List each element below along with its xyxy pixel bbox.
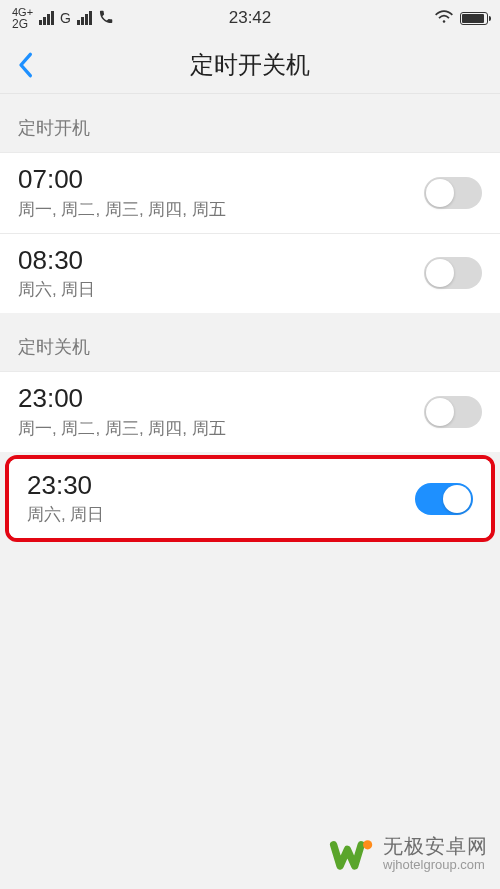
watermark: 无极安卓网 wjhotelgroup.com (329, 831, 488, 877)
status-bar: 4G+ 2G G 23:42 (0, 0, 500, 36)
schedule-days: 周六, 周日 (27, 503, 104, 526)
schedule-days: 周一, 周二, 周三, 周四, 周五 (18, 417, 226, 440)
status-time: 23:42 (229, 8, 272, 28)
network-1-bottom: 2G (12, 18, 33, 30)
status-left: 4G+ 2G G (12, 7, 114, 30)
schedule-days: 周一, 周二, 周三, 周四, 周五 (18, 198, 226, 221)
toggle-off-1[interactable] (424, 396, 482, 428)
toggle-off-2[interactable] (415, 483, 473, 515)
page-title: 定时开关机 (190, 49, 310, 81)
schedule-text: 23:30 周六, 周日 (27, 471, 104, 527)
toggle-on-2[interactable] (424, 257, 482, 289)
schedule-row-on-2[interactable]: 08:30 周六, 周日 (0, 233, 500, 314)
svg-point-1 (363, 840, 372, 849)
watermark-cn: 无极安卓网 (383, 835, 488, 858)
schedule-time: 07:00 (18, 165, 226, 194)
schedule-row-off-1[interactable]: 23:00 周一, 周二, 周三, 周四, 周五 (0, 371, 500, 452)
watermark-en: wjhotelgroup.com (383, 858, 488, 873)
network-indicator-2: G (60, 10, 71, 26)
back-button[interactable] (10, 50, 40, 80)
schedule-time: 08:30 (18, 246, 95, 275)
schedule-row-off-2[interactable]: 23:30 周六, 周日 (9, 459, 491, 539)
section-header-power-off: 定时关机 (0, 313, 500, 371)
network-indicator-1: 4G+ 2G (12, 7, 33, 30)
battery-icon (460, 12, 488, 25)
section-header-power-on: 定时开机 (0, 94, 500, 152)
signal-bars-icon-1 (39, 11, 54, 25)
schedule-text: 23:00 周一, 周二, 周三, 周四, 周五 (18, 384, 226, 440)
status-right (434, 9, 488, 27)
schedule-days: 周六, 周日 (18, 278, 95, 301)
phone-icon (98, 9, 114, 28)
watermark-logo-icon (329, 831, 375, 877)
title-bar: 定时开关机 (0, 36, 500, 94)
wifi-icon (434, 9, 454, 27)
schedule-text: 07:00 周一, 周二, 周三, 周四, 周五 (18, 165, 226, 221)
toggle-on-1[interactable] (424, 177, 482, 209)
schedule-row-on-1[interactable]: 07:00 周一, 周二, 周三, 周四, 周五 (0, 152, 500, 233)
network-1-top: 4G+ (12, 7, 33, 18)
watermark-text: 无极安卓网 wjhotelgroup.com (383, 835, 488, 873)
schedule-time: 23:00 (18, 384, 226, 413)
signal-bars-icon-2 (77, 11, 92, 25)
svg-point-0 (443, 20, 446, 23)
chevron-left-icon (17, 51, 33, 79)
schedule-text: 08:30 周六, 周日 (18, 246, 95, 302)
schedule-time: 23:30 (27, 471, 104, 500)
highlight-annotation: 23:30 周六, 周日 (5, 455, 495, 543)
